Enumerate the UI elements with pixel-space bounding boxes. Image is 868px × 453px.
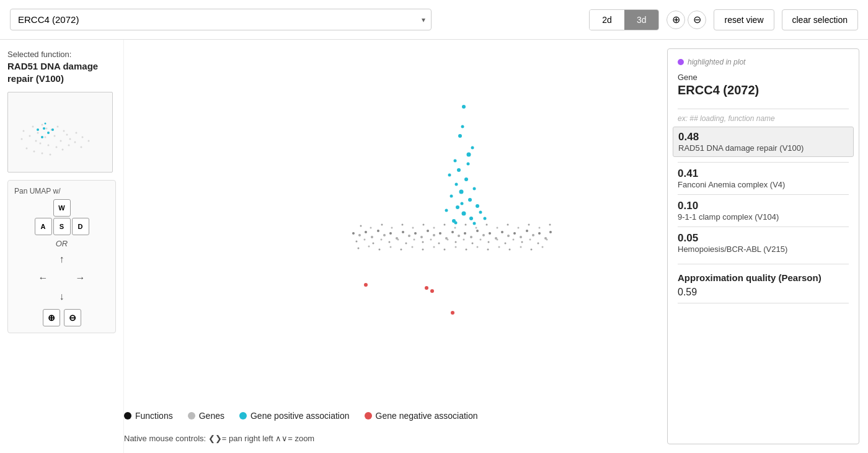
svg-point-138 (462, 212, 466, 216)
svg-point-32 (51, 128, 54, 131)
svg-point-25 (33, 151, 35, 153)
svg-point-156 (364, 283, 368, 287)
svg-point-134 (464, 177, 468, 181)
svg-point-58 (489, 232, 491, 235)
svg-point-63 (520, 236, 522, 238)
svg-point-131 (458, 134, 462, 138)
key-d[interactable]: D (72, 218, 89, 235)
svg-point-34 (37, 128, 39, 131)
reset-view-button[interactable]: reset view (714, 9, 774, 30)
svg-point-126 (518, 227, 520, 229)
svg-point-117 (423, 224, 425, 226)
svg-point-113 (381, 224, 383, 226)
function-item-2[interactable]: 0.109-1-1 clamp complex (V104) (678, 200, 849, 222)
gene-section-label: Gene (678, 73, 849, 82)
svg-point-78 (430, 239, 432, 241)
right-panel: highlighted in plot Gene ERCC4 (2072) ex… (667, 48, 859, 444)
function-divider-0 (678, 162, 849, 163)
view-3d-button[interactable]: 3d (624, 10, 659, 30)
key-w[interactable]: W (53, 199, 71, 217)
svg-point-91 (538, 243, 539, 244)
svg-point-39 (371, 236, 373, 238)
svg-point-13 (82, 137, 84, 138)
svg-point-83 (472, 243, 474, 244)
svg-point-33 (41, 136, 43, 138)
main-layout: Selected function: RAD51 DNA damage repa… (0, 40, 868, 453)
svg-point-61 (507, 235, 510, 237)
minimap-svg (8, 92, 113, 173)
gene-select[interactable]: ERCC4 (2072) (10, 9, 432, 30)
pan-zoom-in[interactable]: ⊕ (43, 309, 60, 326)
legend-label-functions: Functions (135, 411, 173, 421)
svg-point-40 (377, 230, 379, 232)
svg-point-143 (454, 159, 457, 163)
function-item-0[interactable]: 0.48RAD51 DNA damage repair (V100) (673, 127, 854, 157)
function-divider-1 (678, 194, 849, 195)
clear-selection-button[interactable]: clear selection (782, 9, 859, 30)
svg-point-133 (457, 168, 461, 172)
svg-point-76 (414, 239, 415, 241)
gene-select-wrapper: ERCC4 (2072) ▾ (10, 9, 432, 30)
svg-point-119 (444, 224, 446, 226)
functions-list: 0.48RAD51 DNA damage repair (V100)0.41Fa… (678, 127, 849, 259)
pan-zoom-out[interactable]: ⊖ (64, 309, 81, 326)
approx-quality-section: Approximation quality (Pearson) 0.59 (678, 272, 849, 298)
svg-point-24 (26, 148, 28, 150)
svg-point-72 (381, 239, 383, 241)
legend: Functions Genes Gene positive associatio… (124, 411, 670, 421)
scatter-area[interactable] (124, 40, 667, 453)
svg-point-37 (358, 234, 361, 236)
legend-item-negative: Gene negative association (365, 411, 478, 421)
svg-point-145 (450, 195, 453, 198)
svg-point-65 (532, 234, 534, 236)
function-name-2: 9-1-1 clamp complex (V104) (678, 212, 849, 222)
divider-3 (678, 303, 849, 303)
svg-point-115 (402, 224, 404, 226)
svg-point-80 (447, 239, 449, 241)
svg-point-152 (471, 146, 474, 150)
zoom-in-button[interactable]: ⊕ (666, 11, 685, 29)
svg-point-8 (45, 137, 46, 138)
svg-point-84 (480, 239, 482, 241)
key-s[interactable]: S (53, 218, 71, 235)
function-item-3[interactable]: 0.05Hemopoiesis/BCR-ABL (V215) (678, 232, 849, 254)
native-controls: Native mouse controls: ❮❯= pan right lef… (124, 434, 314, 443)
svg-point-127 (528, 224, 530, 226)
gray-dots (352, 224, 552, 251)
function-divider-2 (678, 226, 849, 227)
svg-point-148 (484, 217, 487, 220)
svg-point-74 (397, 239, 399, 241)
svg-point-3 (37, 132, 39, 134)
pan-controls: Pan UMAP w/ W A S D OR ↑ ← → ↓ (7, 180, 116, 333)
svg-point-122 (476, 227, 477, 229)
svg-point-68 (549, 231, 552, 233)
svg-point-128 (539, 227, 541, 229)
key-a[interactable]: A (35, 218, 52, 235)
view-2d-button[interactable]: 2d (590, 10, 624, 30)
svg-point-42 (389, 232, 392, 235)
svg-point-103 (466, 249, 467, 251)
svg-point-93 (358, 248, 360, 249)
svg-point-69 (356, 241, 358, 243)
svg-point-116 (412, 227, 414, 229)
svg-point-29 (23, 130, 25, 132)
svg-point-158 (430, 289, 434, 293)
svg-point-64 (526, 230, 528, 232)
function-name-0: RAD51 DNA damage repair (V100) (678, 143, 848, 153)
legend-dot-genes (188, 412, 195, 419)
legend-item-positive: Gene positive association (239, 411, 350, 421)
svg-point-157 (425, 286, 428, 290)
svg-point-135 (459, 190, 464, 194)
function-item-1[interactable]: 0.41Fanconi Anemia complex (V4) (678, 168, 849, 189)
svg-point-104 (477, 246, 479, 248)
svg-point-96 (390, 246, 392, 248)
svg-point-77 (422, 241, 424, 243)
svg-point-57 (482, 234, 485, 236)
svg-point-6 (63, 130, 65, 132)
svg-point-66 (538, 232, 541, 235)
svg-point-70 (364, 239, 366, 241)
svg-point-38 (365, 231, 367, 233)
svg-point-53 (458, 235, 460, 237)
zoom-out-button[interactable]: ⊖ (688, 11, 706, 29)
svg-point-7 (54, 135, 56, 137)
